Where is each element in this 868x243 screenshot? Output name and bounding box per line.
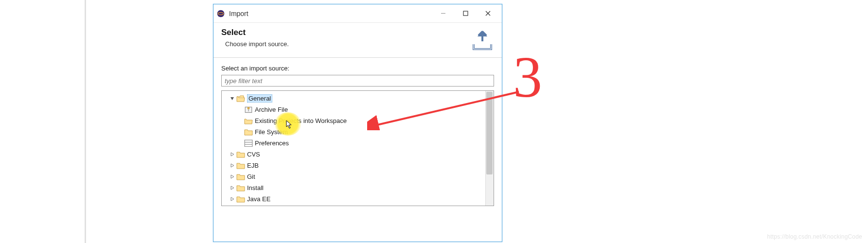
tree-item-install[interactable]: Install	[223, 182, 493, 193]
svg-marker-16	[231, 175, 234, 178]
folder-icon	[236, 162, 245, 170]
tree-label: Archive File	[255, 106, 288, 113]
minimize-button[interactable]	[432, 6, 454, 21]
tree-item-general[interactable]: General	[223, 93, 493, 104]
scrollbar-thumb[interactable]	[486, 92, 493, 174]
tree-label: Install	[247, 184, 264, 191]
maximize-button[interactable]	[454, 6, 477, 21]
svg-marker-7	[230, 97, 234, 100]
chevron-right-icon[interactable]	[229, 196, 235, 203]
folder-open-icon	[244, 117, 253, 125]
tree-label: Existing Projects into Workspace	[255, 117, 347, 124]
tree-item-existing-projects[interactable]: Existing Projects into Workspace	[223, 115, 493, 126]
banner: Select Choose import source.	[213, 23, 502, 58]
scrollbar[interactable]	[485, 91, 494, 206]
tree-label: Java EE	[247, 195, 270, 203]
svg-rect-11	[245, 140, 252, 147]
tree-item-git[interactable]: Git	[223, 171, 493, 182]
chevron-right-icon[interactable]	[229, 185, 235, 191]
svg-marker-17	[231, 186, 234, 190]
svg-marker-18	[231, 197, 234, 201]
filter-label: Select an import source:	[221, 65, 494, 72]
svg-marker-14	[231, 153, 234, 156]
close-button[interactable]	[477, 6, 499, 21]
chevron-right-icon[interactable]	[229, 162, 235, 169]
folder-icon	[236, 195, 245, 203]
tree-item-javaee[interactable]: Java EE	[223, 193, 493, 205]
watermark: https://blog.csdn.net/KnockingCode	[767, 233, 862, 240]
chevron-down-icon[interactable]	[229, 95, 235, 102]
tree-item-file-system[interactable]: File System	[223, 126, 493, 138]
import-dialog: Import Select Choose import source.	[213, 4, 502, 242]
tree-item-archive-file[interactable]: Archive File	[223, 104, 493, 115]
chevron-right-icon[interactable]	[229, 151, 235, 158]
banner-subtitle: Choose import source.	[225, 40, 289, 48]
folder-icon	[236, 184, 245, 192]
archive-icon	[244, 106, 253, 114]
background-divider	[85, 0, 86, 243]
titlebar[interactable]: Import	[213, 4, 502, 23]
titlebar-title: Import	[229, 10, 432, 17]
tree-label: CVS	[247, 151, 260, 158]
chevron-right-icon[interactable]	[229, 174, 235, 180]
svg-marker-6	[478, 31, 487, 36]
folder-icon	[236, 173, 245, 181]
window-controls	[432, 6, 499, 21]
filter-input[interactable]	[221, 75, 494, 87]
tree-label: Preferences	[255, 139, 289, 147]
tree-label: Git	[247, 173, 255, 180]
tree-item-ejb[interactable]: EJB	[223, 160, 493, 171]
folder-open-icon	[236, 95, 245, 103]
folder-icon	[236, 151, 245, 158]
tree-label: General	[247, 94, 272, 103]
tree-item-preferences[interactable]: Preferences	[223, 138, 493, 149]
annotation-step-number: 3	[513, 44, 542, 111]
svg-rect-3	[463, 11, 468, 16]
tree-container: General Archive File Existing Projects i…	[221, 90, 494, 206]
tree-label: EJB	[247, 162, 259, 169]
banner-heading: Select	[221, 28, 289, 37]
import-source-tree: General Archive File Existing Projects i…	[222, 91, 494, 206]
import-icon	[471, 30, 494, 52]
eclipse-icon	[216, 9, 225, 18]
tree-item-cvs[interactable]: CVS	[223, 149, 493, 160]
body-area: Select an import source: General	[213, 58, 502, 206]
folder-icon	[244, 128, 253, 136]
preferences-icon	[244, 139, 253, 147]
svg-marker-15	[231, 164, 234, 167]
tree-label: File System	[255, 128, 288, 136]
svg-rect-9	[248, 107, 250, 109]
